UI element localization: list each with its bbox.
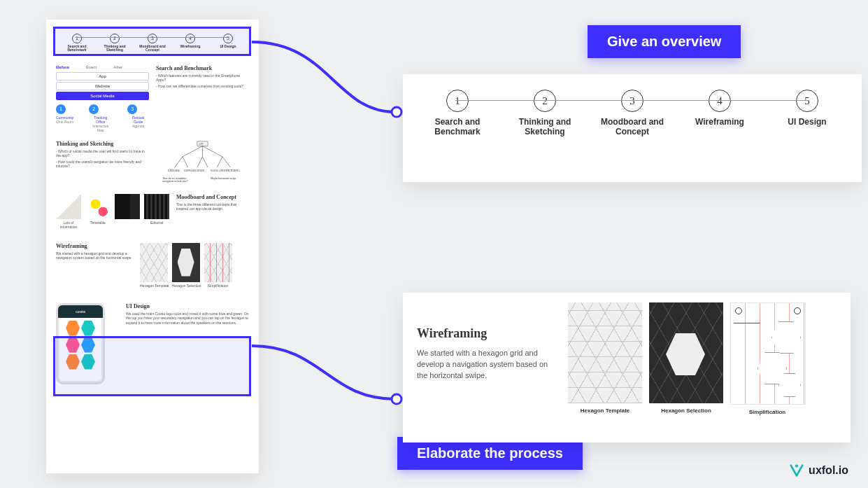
- hex-tile-4: [81, 337, 95, 353]
- moodboard-thumb-4: Editorial: [144, 194, 169, 229]
- thumb-image-2: [85, 194, 111, 219]
- feature-dot-2-label-b: Interactive Map: [89, 124, 112, 132]
- thinking-q1: - Which of social media the user will fi…: [56, 149, 149, 158]
- svg-text:NAVIGATION: NAVIGATION: [211, 169, 227, 172]
- overview-step-4-label: Wireframing: [685, 118, 755, 127]
- wire-fig-3: Simplification: [730, 302, 804, 415]
- moodboard-body: This is the three different concepts tha…: [176, 202, 249, 211]
- moodboard-thumb-2: Timetable: [85, 194, 111, 229]
- wire-fig-2-img: [649, 302, 723, 403]
- thinking-text-col: Thinking and Sketching - Which of social…: [56, 141, 149, 186]
- callout-wireframing-card: Wireframing We started with a hexagon gr…: [403, 293, 851, 442]
- overview-step-1: 1 Search and Benchmark: [422, 90, 492, 137]
- wire-callout-text: Wireframing We started with a hexagon gr…: [417, 302, 550, 382]
- mockup-section-thinking: Thinking and Sketching - Which of social…: [46, 141, 259, 186]
- mockup-wf-3-cap: Simplification: [204, 284, 232, 288]
- feature-dot-2: 2: [89, 104, 99, 114]
- mockup-step-1-label: Search and Benchmark: [59, 45, 95, 53]
- moodboard-thumbs-row: Lots of information Timetable Editorial: [56, 194, 169, 229]
- mockup-steps-row: 1 Search and Benchmark 2 Thinking and Sk…: [56, 29, 249, 57]
- hex-tile-6: [81, 354, 95, 370]
- moodboard-thumb-1: Lots of information: [56, 194, 81, 229]
- wire-fig-1-cap: Hexagon Template: [568, 407, 642, 414]
- overview-step-5: 5 UI Design: [772, 90, 842, 137]
- ui-phone-col: covéa: [56, 303, 119, 384]
- phone-mockup: covéa: [56, 303, 105, 384]
- mockup-wf-1: Hexagon Template: [140, 243, 169, 288]
- mockup-step-3: 3 Moodboard and Concept: [134, 34, 171, 53]
- overview-step-2: 2 Thinking and Sketching: [510, 90, 580, 137]
- overview-step-1-label: Search and Benchmark: [422, 118, 492, 137]
- search-tab-before: Before: [56, 65, 69, 69]
- search-right-col: Search and Benchmark - Which features ar…: [156, 65, 249, 132]
- svg-point-11: [795, 464, 798, 467]
- moodboard-thumbs-col: Lots of information Timetable Editorial: [56, 194, 169, 229]
- overview-step-2-label: Thinking and Sketching: [510, 118, 580, 137]
- simp-dot-left: [735, 307, 742, 314]
- mockup-step-4-circle: 4: [185, 34, 195, 43]
- mockup-step-2-label: Thinking and Sketching: [97, 45, 133, 53]
- hex-tile-2: [81, 321, 95, 336]
- mockup-step-3-label: Moodboard and Concept: [134, 45, 171, 53]
- search-q2: - How can we differentiate ourselves fro…: [156, 84, 249, 89]
- overview-step-5-circle: 5: [796, 90, 818, 112]
- ui-body: We used the main Coveo logo color and mi…: [126, 312, 249, 326]
- pill-app: App: [56, 72, 149, 81]
- thumb-cap-2: Timetable: [85, 221, 111, 225]
- mockup-step-3-circle: 3: [148, 34, 157, 43]
- overview-step-3: 3 Moodboard and Concept: [597, 90, 667, 137]
- moodboard-thumb-3: [115, 194, 140, 229]
- badge-give-overview: Give an overview: [588, 25, 741, 58]
- mockup-overview-strip: 1 Search and Benchmark 2 Thinking and Sk…: [46, 20, 259, 57]
- feature-dot-3-label-b: Agenda: [127, 124, 149, 128]
- mockup-step-2: 2 Thinking and Sketching: [97, 34, 133, 53]
- overview-steps-row: 1 Search and Benchmark 2 Thinking and Sk…: [422, 90, 842, 137]
- thumb-image-3b: [144, 194, 169, 219]
- thinking-heading: Thinking and Sketching: [56, 141, 149, 147]
- svg-text:CONVERSATION: CONVERSATION: [184, 169, 204, 172]
- feature-dot-3-label-a: Festival Guide: [127, 116, 149, 124]
- search-heading: Search and Benchmark: [156, 65, 249, 71]
- svg-point-9: [392, 107, 401, 117]
- brand-logo: uxfol.io: [789, 463, 848, 478]
- search-tabs-row: Before Event After: [56, 65, 149, 69]
- wire-callout-body: We started with a hexagon grid and devel…: [417, 348, 550, 382]
- svg-text:APP: APP: [199, 142, 204, 145]
- svg-text:EXPLORE: EXPLORE: [168, 169, 180, 172]
- mockup-step-5-circle: 5: [223, 34, 233, 43]
- feature-dot-3: 3: [127, 104, 137, 114]
- mockup-wire-figs: Hexagon Template Hexagon Selection Simpl…: [140, 243, 249, 288]
- overview-step-4-circle: 4: [709, 90, 731, 112]
- mockup-step-4-label: Wireframing: [172, 45, 208, 48]
- thumb-cap-3: Editorial: [144, 221, 169, 225]
- hex-tile-3: [66, 337, 80, 353]
- wire-figures-row: Hexagon Template Hexagon Selection Simpl…: [568, 302, 804, 415]
- thumb-image-3a: [115, 194, 140, 219]
- mockup-step-5-label: UI Design: [210, 45, 246, 48]
- mockup-section-moodboard: Lots of information Timetable Editorial …: [46, 194, 259, 229]
- mockup-step-4: 4 Wireframing: [172, 34, 208, 53]
- search-tab-event: Event: [86, 65, 97, 69]
- search-q1: - Which features are currently used in t…: [156, 74, 249, 83]
- overview-step-3-label: Moodboard and Concept: [597, 118, 667, 137]
- overview-step-3-circle: 3: [621, 90, 643, 112]
- uxfolio-logomark-icon: [789, 463, 804, 478]
- mockup-step-5: 5 UI Design: [210, 34, 246, 53]
- mockup-section-wireframing: Wireframing We started with a hexagon gr…: [46, 237, 259, 291]
- pill-website: Website: [56, 82, 149, 90]
- svg-point-10: [392, 394, 401, 404]
- moodboard-text-col: Moodboard and Concept This is the three …: [176, 194, 249, 229]
- svg-text:navigation to look nice?: navigation to look nice?: [162, 179, 188, 182]
- mockup-wire-heading: Wireframing: [56, 243, 133, 249]
- moodboard-heading: Moodboard and Concept: [176, 194, 249, 200]
- pill-social-media: Social Media: [56, 92, 149, 100]
- thinking-q2: - How could the overall navigation be mo…: [56, 160, 149, 169]
- ui-heading: UI Design: [126, 303, 249, 309]
- search-left-col: Before Event After App Website Social Me…: [56, 65, 149, 132]
- case-study-mockup: 1 Search and Benchmark 2 Thinking and Sk…: [46, 20, 259, 473]
- feature-col-3: 3 Festival Guide Agenda: [127, 104, 149, 132]
- mockup-section-search: Before Event After App Website Social Me…: [46, 65, 259, 132]
- callout-overview-card: 1 Search and Benchmark 2 Thinking and Sk…: [403, 74, 862, 182]
- wire-callout-heading: Wireframing: [417, 326, 550, 341]
- brand-name: uxfol.io: [809, 464, 848, 477]
